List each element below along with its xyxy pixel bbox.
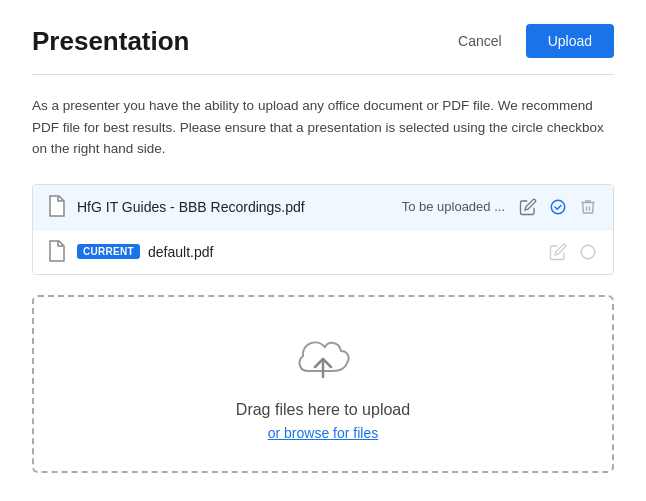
- description-text: As a presenter you have the ability to u…: [32, 95, 614, 160]
- edit-button[interactable]: [547, 241, 569, 263]
- current-badge: CURRENT: [77, 244, 140, 259]
- file-list: HfG IT Guides - BBB Recordings.pdf To be…: [32, 184, 614, 275]
- file-row: HfG IT Guides - BBB Recordings.pdf To be…: [33, 185, 613, 230]
- file-name: default.pdf: [148, 244, 547, 260]
- file-icon: [47, 195, 67, 219]
- svg-point-1: [581, 245, 595, 259]
- select-button[interactable]: [547, 196, 569, 218]
- file-actions: [547, 241, 599, 263]
- file-status: To be uploaded ...: [402, 199, 505, 214]
- drag-text: Drag files here to upload: [236, 401, 410, 419]
- svg-point-0: [551, 200, 565, 214]
- page-title: Presentation: [32, 26, 190, 57]
- file-icon: [47, 240, 67, 264]
- page-container: Presentation Cancel Upload As a presente…: [0, 0, 646, 497]
- edit-button[interactable]: [517, 196, 539, 218]
- file-row: CURRENT default.pdf: [33, 230, 613, 274]
- delete-button[interactable]: [577, 196, 599, 218]
- select-button[interactable]: [577, 241, 599, 263]
- header-divider: [32, 74, 614, 75]
- header-actions: Cancel Upload: [446, 24, 614, 58]
- browse-link[interactable]: or browse for files: [268, 425, 378, 441]
- page-header: Presentation Cancel Upload: [32, 24, 614, 58]
- file-name: HfG IT Guides - BBB Recordings.pdf: [77, 199, 402, 215]
- dropzone[interactable]: Drag files here to upload or browse for …: [32, 295, 614, 473]
- upload-button[interactable]: Upload: [526, 24, 614, 58]
- cloud-upload-icon: [293, 333, 353, 387]
- file-actions: [517, 196, 599, 218]
- cancel-button[interactable]: Cancel: [446, 25, 514, 57]
